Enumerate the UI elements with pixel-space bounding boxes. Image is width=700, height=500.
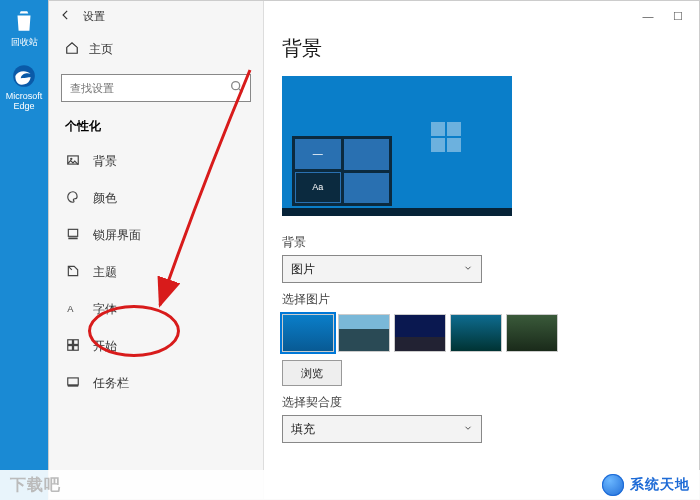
background-type-select[interactable]: 图片 (282, 255, 482, 283)
svg-rect-12 (68, 378, 79, 385)
background-dropdown-label: 背景 (282, 234, 681, 251)
start-icon (65, 338, 81, 355)
preview-sample-text: Aa (295, 172, 341, 204)
sidebar-item-lockscreen[interactable]: 锁屏界面 (49, 217, 263, 254)
svg-rect-5 (68, 229, 77, 236)
sidebar-home[interactable]: 主页 (49, 35, 263, 64)
thumbnail-3[interactable] (394, 314, 446, 352)
svg-line-2 (239, 89, 242, 92)
home-icon (65, 41, 79, 58)
fit-select[interactable]: 填充 (282, 415, 482, 443)
thumbnail-5[interactable] (506, 314, 558, 352)
sidebar-search (61, 74, 251, 102)
fit-label: 选择契合度 (282, 394, 681, 411)
svg-rect-8 (68, 340, 73, 345)
window-titlebar: 设置 — ☐ (49, 1, 699, 31)
preview-taskbar (282, 208, 512, 216)
background-preview: — Aa (282, 76, 512, 216)
sidebar-section-title: 个性化 (49, 114, 263, 143)
svg-rect-9 (74, 340, 79, 345)
fit-value: 填充 (291, 421, 315, 438)
sidebar-item-colors[interactable]: 颜色 (49, 180, 263, 217)
thumbnail-2[interactable] (338, 314, 390, 352)
recycle-bin-label: 回收站 (4, 36, 44, 49)
search-input[interactable] (61, 74, 251, 102)
sidebar-item-background[interactable]: 背景 (49, 143, 263, 180)
sidebar-item-taskbar[interactable]: 任务栏 (49, 365, 263, 402)
taskbar-icon (65, 375, 81, 392)
svg-rect-10 (68, 346, 73, 351)
desktop-background: 回收站 Microsoft Edge (0, 0, 48, 500)
lock-icon (65, 227, 81, 244)
globe-icon (602, 474, 624, 496)
theme-icon (65, 264, 81, 281)
window-title: 设置 (83, 9, 105, 24)
svg-point-1 (232, 82, 240, 90)
sidebar-item-label: 颜色 (93, 190, 117, 207)
watermark-left: 下载吧 (10, 475, 61, 496)
svg-rect-11 (74, 346, 79, 351)
settings-window: 设置 — ☐ 主页 个性化 背景 颜色 锁屏界面 (48, 0, 700, 500)
watermark-right: 系统天地 (630, 476, 690, 494)
sidebar-item-fonts[interactable]: A 字体 (49, 291, 263, 328)
picture-icon (65, 153, 81, 170)
page-title: 背景 (282, 35, 681, 62)
sidebar-home-label: 主页 (89, 41, 113, 58)
search-icon (229, 79, 245, 98)
edge-icon[interactable]: Microsoft Edge (4, 63, 44, 111)
svg-rect-6 (68, 238, 77, 240)
windows-logo-icon (430, 121, 462, 153)
svg-text:A: A (67, 304, 74, 314)
browse-button-label: 浏览 (301, 366, 323, 381)
palette-icon (65, 190, 81, 207)
thumbnail-4[interactable] (450, 314, 502, 352)
maximize-button[interactable]: ☐ (663, 10, 693, 23)
watermark-bar: 下载吧 系统天地 (0, 470, 700, 500)
sidebar-item-themes[interactable]: 主题 (49, 254, 263, 291)
picture-thumbnails (282, 314, 681, 352)
recycle-bin-icon[interactable]: 回收站 (4, 8, 44, 49)
svg-rect-13 (68, 385, 79, 387)
sidebar-item-label: 主题 (93, 264, 117, 281)
edge-label: Microsoft Edge (4, 91, 44, 111)
browse-button[interactable]: 浏览 (282, 360, 342, 386)
sidebar-item-start[interactable]: 开始 (49, 328, 263, 365)
chevron-down-icon (463, 422, 473, 436)
chevron-down-icon (463, 262, 473, 276)
settings-content: 背景 — Aa 背景 图片 选择图片 (264, 1, 699, 499)
settings-sidebar: 主页 个性化 背景 颜色 锁屏界面 主题 A 字体 (49, 1, 264, 499)
thumbnail-1[interactable] (282, 314, 334, 352)
sidebar-item-label: 字体 (93, 301, 117, 318)
sidebar-item-label: 任务栏 (93, 375, 129, 392)
back-button[interactable] (55, 8, 77, 24)
choose-picture-label: 选择图片 (282, 291, 681, 308)
minimize-button[interactable]: — (633, 10, 663, 22)
font-icon: A (65, 301, 81, 318)
background-type-value: 图片 (291, 261, 315, 278)
preview-start-menu: — Aa (292, 136, 392, 206)
sidebar-item-label: 开始 (93, 338, 117, 355)
svg-point-4 (70, 158, 72, 160)
sidebar-item-label: 背景 (93, 153, 117, 170)
sidebar-item-label: 锁屏界面 (93, 227, 141, 244)
